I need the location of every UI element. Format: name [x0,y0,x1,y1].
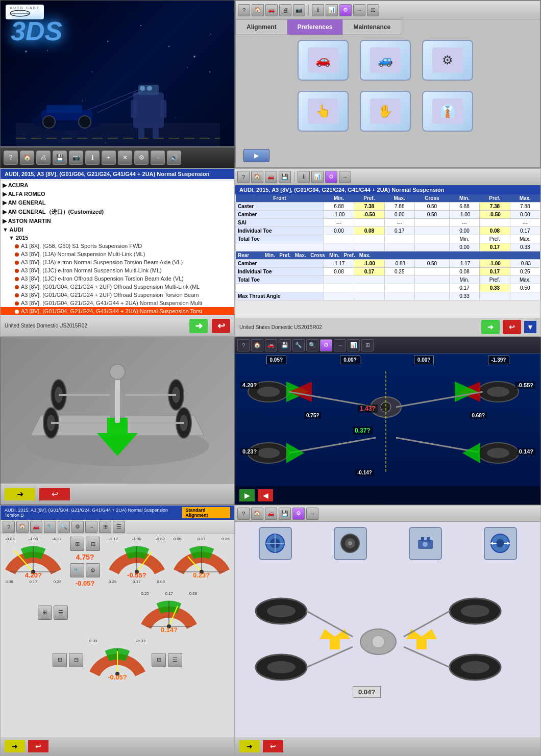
spec-info-icon[interactable]: ℹ [298,171,310,183]
help-button[interactable]: ? [4,150,18,165]
wheel-config-btn[interactable]: ⚙ [422,40,473,81]
live-gear-icon[interactable]: ⚙ [320,339,332,351]
close-button[interactable]: ✕ [118,150,132,165]
equip-icon-2[interactable] [334,527,367,560]
add-button[interactable]: + [102,150,116,165]
next-nav-btn[interactable]: ➜ [189,319,208,333]
model-a3-g01-offroad-torsion[interactable]: A3 [8V], (G01/G04, G21/G24 + 2UF) Offroa… [1,291,234,299]
live-home-icon[interactable]: 🏠 [251,339,263,351]
car-icon[interactable]: 🚗 [265,4,278,16]
back-nav-btn[interactable]: ↩ [212,319,230,333]
equip-car-icon[interactable]: 🚗 [265,508,277,520]
equip-icon-4[interactable] [484,527,517,560]
model-a3-1jc-offroad-vl[interactable]: A3 [8V], (1JC) e-tron Offroad Suspension… [1,274,234,283]
equip-home-icon[interactable]: 🏠 [251,508,263,520]
3d-back-icon[interactable]: ↩ [39,488,70,500]
gauge-next-btn[interactable]: ➜ [5,740,25,752]
gauge-gear-icon[interactable]: ⚙ [71,521,84,533]
gauge-zoom-icon[interactable]: 🔍 [58,521,70,533]
3d-next-icon[interactable]: ➜ [5,488,35,500]
live-car-icon[interactable]: 🚗 [265,339,277,351]
ctrl-icon3[interactable]: 🔧 [70,563,84,577]
live-chart-icon[interactable]: 📊 [348,339,360,351]
gauge-back-btn[interactable]: ↩ [28,740,48,752]
user-profile-btn[interactable]: 👔 [422,91,473,132]
ctrl-icon1[interactable]: ⊞ [70,537,84,551]
make-amgeneral-import[interactable]: ▶ AM GENERAL（进口）(Customized) [1,207,234,217]
stats-icon[interactable]: 📊 [326,4,338,16]
model-a3-1jc-ml[interactable]: A3 [8V], (1JC) e-tron Normal Suspension … [1,266,234,274]
spec-gear-icon[interactable]: ⚙ [325,171,337,183]
gauge-br2[interactable]: ☰ [168,653,182,667]
equip-forward-icon[interactable]: → [306,508,318,520]
operator-btn[interactable]: 👆 [298,91,349,132]
equip-save-icon[interactable]: 💾 [279,508,291,520]
spec-car-icon[interactable]: 🚗 [265,171,277,183]
spec-home-icon[interactable]: 🏠 [251,171,263,183]
forward-icon[interactable]: → [353,4,365,16]
info2-icon[interactable]: ℹ [312,4,324,16]
spec-help-icon[interactable]: ? [237,171,250,183]
equip-help-icon[interactable]: ? [237,508,250,520]
home-icon[interactable]: 🏠 [252,4,264,16]
model-a3-selected[interactable]: A3 [8V], (G01/G04, G21/G24, G41/G44 + 2U… [1,307,234,315]
audio-button[interactable]: 🔊 [167,150,181,165]
specs-back-btn[interactable]: ↩ [503,320,521,334]
scale-icon[interactable]: ⚖ [367,4,379,16]
gear2-icon[interactable]: ⚙ [339,4,352,16]
gauge-ctrl5[interactable]: ⊞ [38,606,52,620]
camera2-icon[interactable]: 📷 [293,4,305,16]
spec-stats-icon[interactable]: 📊 [311,171,324,183]
equip-next-btn[interactable]: ➜ [239,740,260,752]
gauge-grid-icon[interactable]: ⊞ [99,521,111,533]
make-amgeneral[interactable]: ▶ AM GENERAL [1,198,234,207]
tab-maintenance[interactable]: Maintenance [342,19,401,35]
spec-forward-icon[interactable]: → [339,171,351,183]
help-icon[interactable]: ? [238,4,250,16]
print-button[interactable]: 🖨 [36,150,51,165]
live-save-icon[interactable]: 💾 [279,339,291,351]
hand-config-btn[interactable]: ✋ [360,91,411,132]
year-2015[interactable]: ▼ 2015 [1,234,234,242]
gauge-ctrl6[interactable]: ☰ [54,606,68,620]
model-a3-g01-normal-ml[interactable]: A3 [8V], (G01/G04, G21/G24, G41/G44 + 2U… [1,299,234,307]
scroll-down-icon[interactable]: ▼ [524,321,536,333]
gauge-bl1[interactable]: ⊞ [53,653,67,667]
save-button[interactable]: 💾 [53,150,67,165]
home-button[interactable]: 🏠 [20,150,34,165]
print-settings-btn[interactable]: 🚙 [360,40,411,81]
print-icon[interactable]: 🖨 [279,4,291,16]
gauge-tool-icon[interactable]: 🔧 [44,521,56,533]
make-alfa[interactable]: ▶ ALFA ROMEO [1,190,234,198]
ctrl-icon4[interactable]: ⚙ [86,563,100,577]
gauge-car-icon[interactable]: 🚗 [30,521,42,533]
live-grid-icon[interactable]: ⊞ [361,339,374,351]
live-help-icon[interactable]: ? [237,339,250,351]
ctrl-icon2[interactable]: ⊟ [86,537,100,551]
model-a3-1ja-vl[interactable]: A3 [8V], (1JA) e-tron Normal Suspension … [1,258,234,266]
camera-button[interactable]: 📷 [69,150,83,165]
gauge-list-icon[interactable]: ☰ [113,521,125,533]
tab-alignment[interactable]: Alignment [236,19,287,35]
vehicle-list[interactable]: ▶ ACURA ▶ ALFA ROMEO ▶ AM GENERAL ▶ AM G… [1,181,234,318]
live-zoom-icon[interactable]: 🔍 [306,339,318,351]
model-a3-1ja-ml[interactable]: A3 [8V], (1JA) Normal Suspension Multi-L… [1,250,234,258]
gauge-help-icon[interactable]: ? [3,521,15,533]
tab-preferences[interactable]: Preferences [287,19,343,35]
gauge-home-icon[interactable]: 🏠 [16,521,29,533]
equip-gear-icon[interactable]: ⚙ [292,508,305,520]
gauge-br1[interactable]: ⊞ [152,653,166,667]
specs-next-btn[interactable]: ➜ [481,320,500,334]
info-button[interactable]: ℹ [85,150,100,165]
equip-icon-3[interactable] [409,527,442,560]
equip-icon-1[interactable] [259,527,292,560]
prefs-forward-btn[interactable]: ▶ [243,149,269,162]
make-acura[interactable]: ▶ ACURA [1,181,234,190]
next-button[interactable]: → [151,150,165,165]
live-next-btn[interactable]: ▶ [239,489,255,501]
equip-back-btn[interactable]: ↩ [263,740,283,752]
model-a3-g01-offroad-ml[interactable]: A3 [8V], (G01/G04, G21/G24 + 2UF) Offroa… [1,283,234,291]
vehicle-setup-btn[interactable]: 🚗 [298,40,349,81]
settings-button[interactable]: ⚙ [134,150,149,165]
make-aston[interactable]: ▶ ASTON MARTIN [1,217,234,225]
